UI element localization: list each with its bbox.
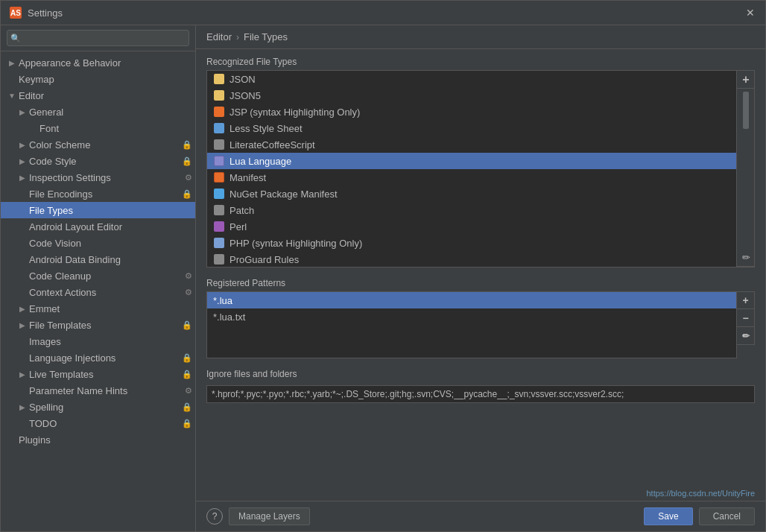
- cancel-button[interactable]: Cancel: [699, 507, 755, 525]
- sidebar-item-code-style[interactable]: ▶ Code Style 🔒: [1, 153, 195, 169]
- pattern-item-lua[interactable]: *.lua: [207, 292, 736, 308]
- ignore-section: Ignore files and folders: [206, 369, 755, 403]
- list-item[interactable]: ProGuard Rules: [207, 251, 736, 267]
- sidebar-item-android-layout[interactable]: Android Layout Editor: [1, 218, 195, 235]
- list-item[interactable]: Manifest: [207, 169, 736, 186]
- lock-badge: 🔒: [182, 419, 192, 428]
- sidebar-item-code-vision[interactable]: Code Vision: [1, 235, 195, 251]
- list-item-label: Lua Language: [230, 156, 291, 167]
- lock-badge: 🔒: [182, 370, 192, 379]
- pattern-item-lua-txt[interactable]: *.lua.txt: [207, 308, 736, 325]
- gear-badge: ⚙: [185, 386, 192, 396]
- close-button[interactable]: ✕: [744, 7, 756, 19]
- sidebar-item-plugins[interactable]: Plugins: [1, 431, 195, 448]
- sidebar-item-label: File Types: [29, 205, 192, 216]
- sidebar-item-label: Context Actions: [29, 287, 185, 298]
- list-item[interactable]: Less Style Sheet: [207, 120, 736, 136]
- sidebar-item-editor[interactable]: ▼ Editor: [1, 87, 195, 104]
- sidebar-item-file-types[interactable]: File Types: [1, 202, 195, 218]
- sidebar-item-code-cleanup[interactable]: Code Cleanup ⚙: [1, 267, 195, 284]
- ignore-input[interactable]: [206, 385, 755, 403]
- recognized-file-types-title: Recognized File Types: [206, 57, 755, 67]
- sidebar-item-label: Font: [39, 123, 192, 134]
- arrow-icon: ▶: [17, 320, 28, 330]
- app-icon: AS: [10, 7, 22, 19]
- remove-pattern-button[interactable]: −: [737, 309, 755, 327]
- list-item-label: PHP (syntax Highlighting Only): [230, 238, 362, 249]
- list-item[interactable]: LiterateCoffeeScript: [207, 136, 736, 153]
- sidebar-item-parameter-name-hints[interactable]: Parameter Name Hints ⚙: [1, 382, 195, 399]
- list-item-label: LiterateCoffeeScript: [230, 139, 315, 151]
- lock-badge: 🔒: [182, 189, 192, 199]
- patterns-list[interactable]: *.lua *.lua.txt: [206, 291, 737, 358]
- patterns-buttons: + − ✏: [737, 291, 755, 358]
- search-input[interactable]: [7, 30, 189, 46]
- sidebar-item-live-templates[interactable]: ▶ Live Templates 🔒: [1, 366, 195, 382]
- sidebar-item-images[interactable]: Images: [1, 333, 195, 349]
- help-button[interactable]: ?: [206, 508, 223, 525]
- file-icon-json5: [213, 89, 225, 101]
- sidebar-item-context-actions[interactable]: Context Actions ⚙: [1, 284, 195, 300]
- sidebar-item-todo[interactable]: TODO 🔒: [1, 415, 195, 431]
- recognized-file-types-list[interactable]: JSON JSON5 JSP (syntax Highlighting Only…: [206, 70, 737, 267]
- sidebar: 🔍 ▶ Appearance & Behavior Keymap ▼: [1, 25, 196, 531]
- sidebar-item-emmet[interactable]: ▶ Emmet: [1, 300, 195, 317]
- title-bar-left: AS Settings: [10, 7, 63, 19]
- list-item[interactable]: PHP (syntax Highlighting Only): [207, 235, 736, 251]
- file-icon-php: [213, 237, 225, 249]
- sidebar-item-inspection-settings[interactable]: ▶ Inspection Settings ⚙: [1, 169, 195, 186]
- sidebar-item-keymap[interactable]: Keymap: [1, 71, 195, 87]
- sidebar-item-color-scheme[interactable]: ▶ Color Scheme 🔒: [1, 136, 195, 153]
- sidebar-item-label: Plugins: [19, 434, 192, 446]
- manage-layers-button[interactable]: Manage Layers: [229, 507, 310, 525]
- list-item[interactable]: NuGet Package Manifest: [207, 186, 736, 202]
- list-item[interactable]: Perl: [207, 218, 736, 235]
- list-item[interactable]: JSON: [207, 71, 736, 87]
- add-pattern-button[interactable]: +: [737, 291, 755, 309]
- panel-body: Recognized File Types JSON JSON5: [196, 49, 765, 487]
- window-title: Settings: [28, 7, 63, 19]
- lock-badge: 🔒: [182, 353, 192, 363]
- list-item[interactable]: JSON5: [207, 87, 736, 104]
- right-panel: Editor › File Types Recognized File Type…: [196, 25, 765, 531]
- list-item-label: JSON: [230, 74, 256, 85]
- sidebar-item-font[interactable]: Font: [1, 120, 195, 136]
- sidebar-item-label: Emmet: [29, 303, 192, 314]
- main-content: 🔍 ▶ Appearance & Behavior Keymap ▼: [1, 25, 765, 531]
- sidebar-item-language-injections[interactable]: Language Injections 🔒: [1, 349, 195, 366]
- arrow-icon: [17, 254, 28, 265]
- sidebar-item-file-templates[interactable]: ▶ File Templates 🔒: [1, 317, 195, 333]
- sidebar-item-label: Editor: [19, 90, 192, 101]
- arrow-icon: ▶: [17, 156, 28, 166]
- save-button[interactable]: Save: [644, 507, 692, 525]
- edit-file-type-button[interactable]: ✏: [737, 249, 755, 267]
- sidebar-item-appearance[interactable]: ▶ Appearance & Behavior: [1, 54, 195, 71]
- list-item-label: NuGet Package Manifest: [230, 189, 338, 200]
- scrollbar-area: [737, 89, 754, 249]
- arrow-icon: [7, 74, 17, 84]
- search-wrap: 🔍: [7, 30, 189, 46]
- sidebar-item-spelling[interactable]: ▶ Spelling 🔒: [1, 399, 195, 415]
- arrow-icon: ▶: [7, 57, 17, 68]
- arrow-icon: ▶: [17, 139, 28, 150]
- settings-window: AS Settings ✕ 🔍 ▶ Appearance & Behavior: [0, 0, 766, 532]
- title-bar: AS Settings ✕: [1, 1, 765, 25]
- file-icon-nuget: [213, 188, 225, 200]
- list-item[interactable]: JSP (syntax Highlighting Only): [207, 104, 736, 120]
- add-file-type-button[interactable]: +: [737, 71, 755, 89]
- gear-badge: ⚙: [185, 173, 192, 183]
- edit-pattern-button[interactable]: ✏: [737, 327, 755, 345]
- arrow-icon: [17, 189, 28, 199]
- sidebar-item-file-encodings[interactable]: File Encodings 🔒: [1, 186, 195, 202]
- list-item-label: JSP (syntax Highlighting Only): [230, 107, 360, 118]
- sidebar-item-label: File Encodings: [29, 189, 182, 200]
- list-item-lua[interactable]: Lua Language: [207, 153, 736, 169]
- list-item[interactable]: Patch: [207, 202, 736, 218]
- sidebar-tree: ▶ Appearance & Behavior Keymap ▼ Editor …: [1, 51, 195, 531]
- file-icon-literate: [213, 139, 225, 151]
- list-item-label: Perl: [230, 221, 247, 232]
- sidebar-item-label: Code Vision: [29, 238, 192, 249]
- sidebar-item-general[interactable]: ▶ General: [1, 104, 195, 120]
- sidebar-item-android-data-binding[interactable]: Android Data Binding: [1, 251, 195, 267]
- sidebar-item-label: Android Data Binding: [29, 254, 192, 265]
